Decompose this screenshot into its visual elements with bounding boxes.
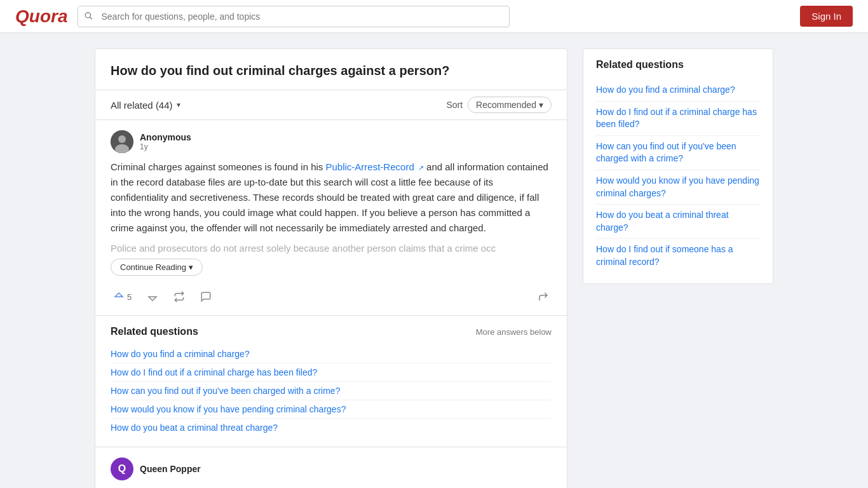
second-answer-header: Q Queen Popper <box>111 458 552 480</box>
question-title: How do you find out criminal charges aga… <box>111 62 552 79</box>
sort-dropdown[interactable]: Recommended ▾ <box>468 97 552 113</box>
upvote-count: 5 <box>127 292 132 302</box>
related-inline-link[interactable]: How do I find out if a criminal charge h… <box>111 363 552 382</box>
faded-text-container: Police and prosecutors do not arrest sol… <box>111 241 552 276</box>
chevron-down-icon: ▾ <box>177 100 180 109</box>
share-button[interactable] <box>535 288 552 305</box>
header: Quora Sign In <box>0 0 868 33</box>
answer-card: Anonymous 1y Criminal charges against so… <box>95 120 567 316</box>
user-info: Anonymous 1y <box>140 132 191 151</box>
downvote-button[interactable] <box>144 288 161 305</box>
right-related-link[interactable]: How do you beat a criminal threat charge… <box>596 205 760 239</box>
header-right: Sign In <box>800 6 853 27</box>
more-answers-label: More answers below <box>476 327 552 337</box>
right-card: Related questions How do you find a crim… <box>583 48 773 284</box>
related-inline-link[interactable]: How can you find out if you've been char… <box>111 382 552 400</box>
comment-icon <box>200 291 212 302</box>
related-links-list: How do you find a criminal charge?How do… <box>111 345 552 437</box>
related-inline-title: Related questions <box>111 326 198 337</box>
second-user-name: Queen Popper <box>140 464 201 474</box>
main-container: How do you find out criminal charges aga… <box>85 33 783 488</box>
svg-point-0 <box>86 12 91 17</box>
all-related-filter[interactable]: All related (44) ▾ <box>111 100 180 111</box>
search-bar <box>78 6 510 27</box>
answer-text: Criminal charges against someones is fou… <box>111 159 552 236</box>
filter-bar: All related (44) ▾ Sort Recommended ▾ <box>95 90 567 120</box>
related-inline-header: Related questions More answers below <box>111 326 552 337</box>
user-time: 1y <box>140 142 191 151</box>
chevron-down-icon: ▾ <box>189 262 193 272</box>
sort-chevron-icon: ▾ <box>539 100 543 110</box>
second-avatar: Q <box>111 458 133 480</box>
right-card-title: Related questions <box>596 59 760 71</box>
downvote-icon <box>147 291 158 302</box>
second-answer-card: Q Queen Popper <box>95 447 567 488</box>
sort-label: Sort <box>446 100 463 110</box>
related-inline-link[interactable]: How do you find a criminal charge? <box>111 345 552 363</box>
right-related-link[interactable]: How can you find out if you've been char… <box>596 136 760 170</box>
search-input[interactable] <box>78 6 510 27</box>
right-column: Related questions How do you find a crim… <box>583 48 773 284</box>
related-inline-link[interactable]: How do you beat a criminal threat charge… <box>111 419 552 437</box>
question-box: How do you find out criminal charges aga… <box>95 48 567 90</box>
comment-button[interactable] <box>198 288 214 305</box>
logo[interactable]: Quora <box>15 6 67 27</box>
upvote-icon <box>113 291 125 302</box>
right-related-link[interactable]: How do I find out if someone has a crimi… <box>596 239 760 273</box>
repost-button[interactable] <box>171 288 187 305</box>
continue-reading-button[interactable]: Continue Reading ▾ <box>111 259 203 276</box>
repost-icon <box>173 291 185 302</box>
sort-value: Recommended <box>476 100 536 110</box>
svg-point-3 <box>118 135 126 143</box>
action-bar: 5 <box>111 283 552 305</box>
sign-in-button[interactable]: Sign In <box>800 6 853 27</box>
right-related-links: How do you find a criminal charge?How do… <box>596 79 760 273</box>
public-arrest-record-link[interactable]: Public-Arrest-Record ↗ <box>326 161 424 172</box>
user-name: Anonymous <box>140 132 191 142</box>
left-column: How do you find out criminal charges aga… <box>95 48 567 488</box>
search-icon <box>84 11 93 22</box>
second-user-info: Queen Popper <box>140 464 201 474</box>
right-related-link[interactable]: How do you find a criminal charge? <box>596 79 760 102</box>
related-inline-section: Related questions More answers below How… <box>95 316 567 447</box>
faded-text: Police and prosecutors do not arrest sol… <box>111 241 552 256</box>
related-inline-link[interactable]: How would you know if you have pending c… <box>111 400 552 419</box>
sort-section: Sort Recommended ▾ <box>446 97 552 113</box>
external-link-icon: ↗ <box>418 164 424 172</box>
right-related-link[interactable]: How would you know if you have pending c… <box>596 170 760 205</box>
upvote-button[interactable]: 5 <box>111 288 134 305</box>
svg-line-1 <box>90 17 92 19</box>
share-icon <box>538 291 549 302</box>
all-related-label: All related (44) <box>111 100 173 111</box>
avatar <box>111 130 133 153</box>
right-related-link[interactable]: How do I find out if a criminal charge h… <box>596 102 760 136</box>
answer-header: Anonymous 1y <box>111 130 552 153</box>
